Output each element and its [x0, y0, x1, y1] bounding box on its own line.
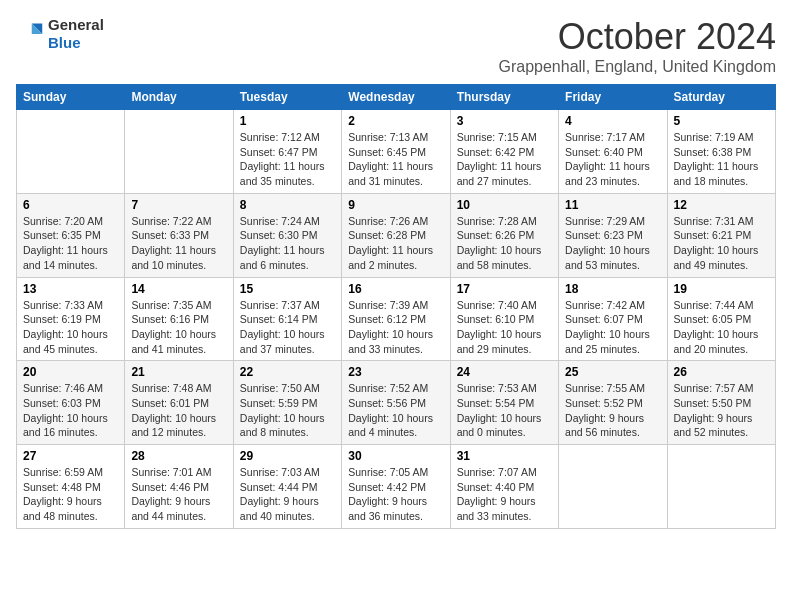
calendar-cell: 25Sunrise: 7:55 AM Sunset: 5:52 PM Dayli… [559, 361, 667, 445]
day-info: Sunrise: 7:29 AM Sunset: 6:23 PM Dayligh… [565, 214, 660, 273]
day-info: Sunrise: 7:31 AM Sunset: 6:21 PM Dayligh… [674, 214, 769, 273]
weekday-header-monday: Monday [125, 85, 233, 110]
calendar-cell: 28Sunrise: 7:01 AM Sunset: 4:46 PM Dayli… [125, 445, 233, 529]
day-info: Sunrise: 7:55 AM Sunset: 5:52 PM Dayligh… [565, 381, 660, 440]
day-number: 31 [457, 449, 552, 463]
calendar-cell [559, 445, 667, 529]
day-number: 26 [674, 365, 769, 379]
day-number: 9 [348, 198, 443, 212]
day-info: Sunrise: 7:28 AM Sunset: 6:26 PM Dayligh… [457, 214, 552, 273]
weekday-header-tuesday: Tuesday [233, 85, 341, 110]
calendar-table: SundayMondayTuesdayWednesdayThursdayFrid… [16, 84, 776, 529]
day-number: 16 [348, 282, 443, 296]
day-info: Sunrise: 7:46 AM Sunset: 6:03 PM Dayligh… [23, 381, 118, 440]
calendar-week-row: 1Sunrise: 7:12 AM Sunset: 6:47 PM Daylig… [17, 110, 776, 194]
day-info: Sunrise: 7:20 AM Sunset: 6:35 PM Dayligh… [23, 214, 118, 273]
day-number: 5 [674, 114, 769, 128]
calendar-cell: 15Sunrise: 7:37 AM Sunset: 6:14 PM Dayli… [233, 277, 341, 361]
day-info: Sunrise: 7:05 AM Sunset: 4:42 PM Dayligh… [348, 465, 443, 524]
title-section: October 2024 Grappenhall, England, Unite… [498, 16, 776, 76]
calendar-week-row: 20Sunrise: 7:46 AM Sunset: 6:03 PM Dayli… [17, 361, 776, 445]
day-number: 2 [348, 114, 443, 128]
weekday-header-row: SundayMondayTuesdayWednesdayThursdayFrid… [17, 85, 776, 110]
day-number: 19 [674, 282, 769, 296]
day-number: 21 [131, 365, 226, 379]
day-info: Sunrise: 7:37 AM Sunset: 6:14 PM Dayligh… [240, 298, 335, 357]
day-info: Sunrise: 7:17 AM Sunset: 6:40 PM Dayligh… [565, 130, 660, 189]
weekday-header-friday: Friday [559, 85, 667, 110]
day-number: 28 [131, 449, 226, 463]
calendar-cell: 11Sunrise: 7:29 AM Sunset: 6:23 PM Dayli… [559, 193, 667, 277]
day-info: Sunrise: 7:01 AM Sunset: 4:46 PM Dayligh… [131, 465, 226, 524]
weekday-header-sunday: Sunday [17, 85, 125, 110]
calendar-cell: 30Sunrise: 7:05 AM Sunset: 4:42 PM Dayli… [342, 445, 450, 529]
day-info: Sunrise: 7:44 AM Sunset: 6:05 PM Dayligh… [674, 298, 769, 357]
calendar-cell: 23Sunrise: 7:52 AM Sunset: 5:56 PM Dayli… [342, 361, 450, 445]
day-info: Sunrise: 6:59 AM Sunset: 4:48 PM Dayligh… [23, 465, 118, 524]
calendar-cell: 31Sunrise: 7:07 AM Sunset: 4:40 PM Dayli… [450, 445, 558, 529]
location-title: Grappenhall, England, United Kingdom [498, 58, 776, 76]
calendar-cell: 7Sunrise: 7:22 AM Sunset: 6:33 PM Daylig… [125, 193, 233, 277]
calendar-cell: 3Sunrise: 7:15 AM Sunset: 6:42 PM Daylig… [450, 110, 558, 194]
calendar-cell: 16Sunrise: 7:39 AM Sunset: 6:12 PM Dayli… [342, 277, 450, 361]
day-number: 18 [565, 282, 660, 296]
day-info: Sunrise: 7:26 AM Sunset: 6:28 PM Dayligh… [348, 214, 443, 273]
day-number: 11 [565, 198, 660, 212]
calendar-cell: 22Sunrise: 7:50 AM Sunset: 5:59 PM Dayli… [233, 361, 341, 445]
day-number: 17 [457, 282, 552, 296]
calendar-cell: 19Sunrise: 7:44 AM Sunset: 6:05 PM Dayli… [667, 277, 775, 361]
calendar-cell: 14Sunrise: 7:35 AM Sunset: 6:16 PM Dayli… [125, 277, 233, 361]
day-info: Sunrise: 7:12 AM Sunset: 6:47 PM Dayligh… [240, 130, 335, 189]
calendar-cell: 20Sunrise: 7:46 AM Sunset: 6:03 PM Dayli… [17, 361, 125, 445]
day-info: Sunrise: 7:42 AM Sunset: 6:07 PM Dayligh… [565, 298, 660, 357]
day-number: 25 [565, 365, 660, 379]
day-number: 6 [23, 198, 118, 212]
day-number: 8 [240, 198, 335, 212]
day-number: 10 [457, 198, 552, 212]
calendar-cell: 1Sunrise: 7:12 AM Sunset: 6:47 PM Daylig… [233, 110, 341, 194]
calendar-cell: 9Sunrise: 7:26 AM Sunset: 6:28 PM Daylig… [342, 193, 450, 277]
month-title: October 2024 [498, 16, 776, 58]
day-info: Sunrise: 7:48 AM Sunset: 6:01 PM Dayligh… [131, 381, 226, 440]
calendar-cell: 27Sunrise: 6:59 AM Sunset: 4:48 PM Dayli… [17, 445, 125, 529]
day-number: 12 [674, 198, 769, 212]
weekday-header-thursday: Thursday [450, 85, 558, 110]
day-number: 22 [240, 365, 335, 379]
logo-icon [16, 20, 44, 48]
calendar-cell: 2Sunrise: 7:13 AM Sunset: 6:45 PM Daylig… [342, 110, 450, 194]
calendar-cell: 26Sunrise: 7:57 AM Sunset: 5:50 PM Dayli… [667, 361, 775, 445]
day-info: Sunrise: 7:50 AM Sunset: 5:59 PM Dayligh… [240, 381, 335, 440]
day-info: Sunrise: 7:13 AM Sunset: 6:45 PM Dayligh… [348, 130, 443, 189]
calendar-cell: 29Sunrise: 7:03 AM Sunset: 4:44 PM Dayli… [233, 445, 341, 529]
calendar-cell: 21Sunrise: 7:48 AM Sunset: 6:01 PM Dayli… [125, 361, 233, 445]
calendar-cell [125, 110, 233, 194]
day-info: Sunrise: 7:39 AM Sunset: 6:12 PM Dayligh… [348, 298, 443, 357]
day-number: 1 [240, 114, 335, 128]
day-info: Sunrise: 7:07 AM Sunset: 4:40 PM Dayligh… [457, 465, 552, 524]
day-number: 24 [457, 365, 552, 379]
calendar-week-row: 27Sunrise: 6:59 AM Sunset: 4:48 PM Dayli… [17, 445, 776, 529]
day-info: Sunrise: 7:24 AM Sunset: 6:30 PM Dayligh… [240, 214, 335, 273]
weekday-header-saturday: Saturday [667, 85, 775, 110]
day-info: Sunrise: 7:35 AM Sunset: 6:16 PM Dayligh… [131, 298, 226, 357]
day-info: Sunrise: 7:52 AM Sunset: 5:56 PM Dayligh… [348, 381, 443, 440]
calendar-cell: 8Sunrise: 7:24 AM Sunset: 6:30 PM Daylig… [233, 193, 341, 277]
day-info: Sunrise: 7:15 AM Sunset: 6:42 PM Dayligh… [457, 130, 552, 189]
calendar-cell: 13Sunrise: 7:33 AM Sunset: 6:19 PM Dayli… [17, 277, 125, 361]
weekday-header-wednesday: Wednesday [342, 85, 450, 110]
day-number: 27 [23, 449, 118, 463]
logo-blue-text: Blue [48, 34, 104, 52]
calendar-cell: 24Sunrise: 7:53 AM Sunset: 5:54 PM Dayli… [450, 361, 558, 445]
logo-general-text: General [48, 16, 104, 34]
day-info: Sunrise: 7:22 AM Sunset: 6:33 PM Dayligh… [131, 214, 226, 273]
day-info: Sunrise: 7:33 AM Sunset: 6:19 PM Dayligh… [23, 298, 118, 357]
logo: General Blue [16, 16, 104, 52]
day-number: 30 [348, 449, 443, 463]
calendar-cell: 18Sunrise: 7:42 AM Sunset: 6:07 PM Dayli… [559, 277, 667, 361]
calendar-cell [667, 445, 775, 529]
day-info: Sunrise: 7:40 AM Sunset: 6:10 PM Dayligh… [457, 298, 552, 357]
day-number: 14 [131, 282, 226, 296]
day-number: 3 [457, 114, 552, 128]
calendar-cell: 12Sunrise: 7:31 AM Sunset: 6:21 PM Dayli… [667, 193, 775, 277]
calendar-cell: 6Sunrise: 7:20 AM Sunset: 6:35 PM Daylig… [17, 193, 125, 277]
